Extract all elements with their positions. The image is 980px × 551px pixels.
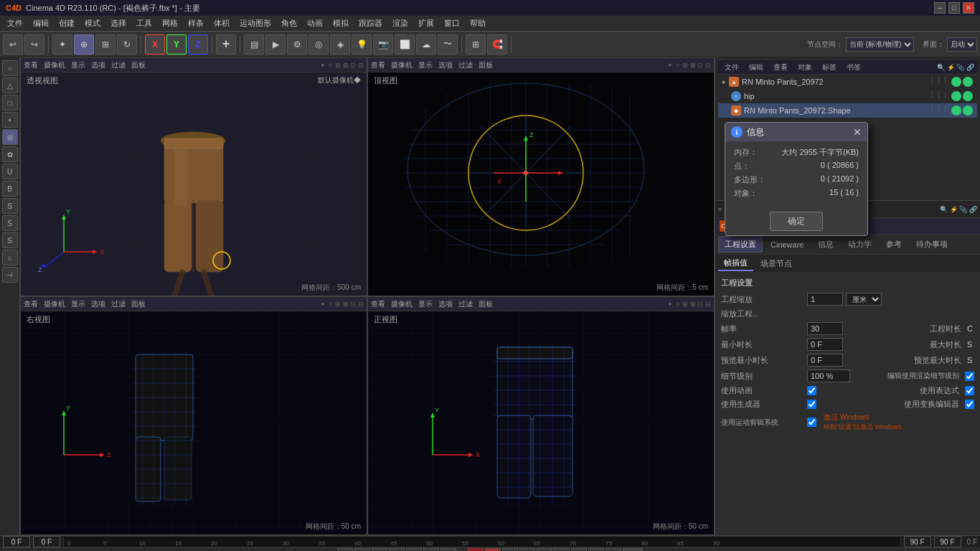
vp-br-filter[interactable]: 过滤: [458, 299, 473, 309]
select-btn[interactable]: ⊕: [74, 34, 94, 55]
menu-window[interactable]: 窗口: [440, 17, 464, 30]
grid-btn[interactable]: ⊞: [466, 34, 486, 55]
vp-br-options[interactable]: 选项: [438, 299, 453, 309]
scene-edit-btn[interactable]: 编辑: [745, 62, 767, 73]
node-space-select[interactable]: 当前 (标准/物理): [846, 37, 914, 52]
prop-checkbox-useanim[interactable]: [807, 386, 816, 395]
tool-hook[interactable]: ⌂: [2, 250, 18, 265]
menu-edit[interactable]: 编辑: [29, 17, 53, 30]
pb-keyframe[interactable]: ⊟: [502, 548, 518, 551]
axis-y-btn[interactable]: Y: [166, 34, 187, 55]
tab-info[interactable]: 信息: [811, 236, 840, 253]
pb-keyframe2[interactable]: ⊞: [519, 548, 535, 551]
tool-point-mode[interactable]: •: [2, 112, 18, 128]
close-btn[interactable]: ✕: [963, 2, 974, 14]
subtab-scene-nodes[interactable]: 场景节点: [755, 257, 798, 270]
vp-tr-options[interactable]: 选项: [438, 60, 453, 70]
vp-tr-display[interactable]: 显示: [418, 60, 433, 70]
tl-input-current[interactable]: [33, 536, 60, 547]
scene-file-btn[interactable]: 文件: [721, 62, 743, 73]
vp-tr-view[interactable]: 查看: [371, 60, 385, 70]
pb-loop[interactable]: ⟳: [554, 548, 570, 551]
vp-tl-filter[interactable]: 过滤: [111, 60, 126, 70]
menu-spline[interactable]: 样条: [184, 17, 208, 30]
prop-checkbox-usemotion[interactable]: [807, 418, 816, 427]
pb-play[interactable]: ▶: [389, 548, 405, 551]
scene-render-3[interactable]: [963, 105, 973, 116]
pb-record2[interactable]: ⊙: [485, 548, 501, 551]
menu-extend[interactable]: 扩展: [414, 17, 438, 30]
tool-bp[interactable]: B: [2, 181, 18, 197]
move-btn[interactable]: ✦: [52, 34, 72, 55]
pb-record3[interactable]: ⊡: [623, 548, 643, 551]
menu-select[interactable]: 选择: [106, 17, 131, 30]
viewport-right[interactable]: 查看 摄像机 显示 选项 过滤 面板 ✦ ✧ ⊞ ⊠ ⊡ ⊟ CG模型王: [20, 296, 367, 535]
vp-br-panel[interactable]: 面板: [479, 299, 493, 309]
tl-input-end[interactable]: [904, 536, 931, 547]
tab-project-settings[interactable]: 工程设置: [718, 236, 763, 253]
vp-br-canvas[interactable]: X Y: [368, 311, 714, 534]
menu-help[interactable]: 帮助: [466, 17, 490, 30]
shader-btn[interactable]: ◈: [330, 34, 350, 55]
menu-tools[interactable]: 工具: [132, 17, 156, 30]
menu-volume[interactable]: 体积: [209, 17, 234, 30]
pb-playrange[interactable]: P: [537, 548, 552, 551]
prop-checkbox-usegen[interactable]: [807, 400, 816, 409]
axis-z-btn[interactable]: Z: [188, 34, 208, 55]
tool-s3[interactable]: S: [2, 232, 18, 248]
render-settings-btn[interactable]: ⚙: [287, 34, 307, 55]
prop-unit-select[interactable]: 厘米: [846, 293, 882, 306]
scene-visibility-2[interactable]: [951, 91, 961, 101]
render-region-btn[interactable]: ▤: [244, 34, 264, 55]
vp-tl-options[interactable]: 选项: [91, 60, 105, 70]
scale-btn[interactable]: ⊞: [95, 34, 116, 55]
title-controls[interactable]: ─ □ ✕: [934, 2, 974, 14]
info-dialog-close[interactable]: ✕: [853, 126, 862, 138]
pb-notes[interactable]: 🎵: [606, 548, 621, 551]
subtab-frame-interp[interactable]: 帧插值: [718, 256, 753, 271]
redo-btn[interactable]: ↪: [24, 34, 44, 55]
vp-br-display[interactable]: 显示: [418, 299, 433, 309]
vp-bl-filter[interactable]: 过滤: [111, 299, 126, 309]
prop-input-prevmin[interactable]: [807, 354, 843, 367]
vp-tl-canvas[interactable]: X Y Z: [21, 72, 367, 296]
pb-goto-end[interactable]: ▶|: [440, 548, 456, 551]
tab-todo[interactable]: 待办事项: [910, 236, 954, 253]
tool-model[interactable]: ⊞: [2, 129, 18, 145]
add-btn[interactable]: +: [216, 34, 236, 55]
rotate-btn[interactable]: ↻: [117, 34, 137, 55]
vp-tr-canvas[interactable]: X Z: [368, 72, 714, 296]
pb-next-key[interactable]: ▶▶: [423, 548, 439, 551]
tab-cineware[interactable]: Cineware: [764, 237, 810, 252]
tool-polygon-mode[interactable]: □: [2, 95, 18, 110]
floor-btn[interactable]: ⬜: [395, 34, 415, 55]
tl-input-end2[interactable]: [934, 536, 961, 547]
vp-tl-camera[interactable]: 摄像机: [44, 60, 65, 70]
scene-render-1[interactable]: [963, 77, 973, 87]
scene-bookmark-btn[interactable]: 书签: [843, 62, 864, 73]
menu-file[interactable]: 文件: [3, 17, 27, 30]
scene-view-btn[interactable]: 查看: [770, 62, 791, 73]
vp-bl-canvas[interactable]: Z Y: [21, 311, 367, 534]
tl-input-start[interactable]: [3, 536, 30, 547]
undo-btn[interactable]: ↩: [3, 34, 23, 55]
viewport-top[interactable]: 查看 摄像机 显示 选项 过滤 面板 ✦ ✧ ⊞ ⊠ ⊡ ⊟ CG模型王: [367, 57, 715, 296]
vp-bl-view[interactable]: 查看: [24, 299, 38, 309]
minimize-btn[interactable]: ─: [934, 2, 946, 14]
scene-item-pants[interactable]: ▸ ▲ RN Minto Pants_20972 ⋮⋮⋮: [718, 75, 977, 89]
menu-character[interactable]: 角色: [277, 17, 301, 30]
light-btn[interactable]: 💡: [352, 34, 372, 55]
snap-btn[interactable]: 🧲: [487, 34, 507, 55]
prop-checkbox-useexpr[interactable]: [965, 386, 974, 395]
prop-checkbox-editlod[interactable]: [965, 372, 974, 381]
vp-bl-panel[interactable]: 面板: [131, 299, 146, 309]
menu-mode[interactable]: 模式: [80, 17, 105, 30]
tool-s2[interactable]: S: [2, 215, 18, 231]
menu-mesh[interactable]: 网格: [158, 17, 182, 30]
scene-visibility-3[interactable]: [951, 105, 961, 116]
vp-tr-camera[interactable]: 摄像机: [391, 60, 413, 70]
interface-select[interactable]: 启动: [947, 37, 977, 52]
vp-bl-camera[interactable]: 摄像机: [44, 299, 65, 309]
scene-object-btn[interactable]: 对象: [794, 62, 816, 73]
scene-item-hip[interactable]: ○ hip ⋮⋮⋮: [718, 89, 977, 103]
